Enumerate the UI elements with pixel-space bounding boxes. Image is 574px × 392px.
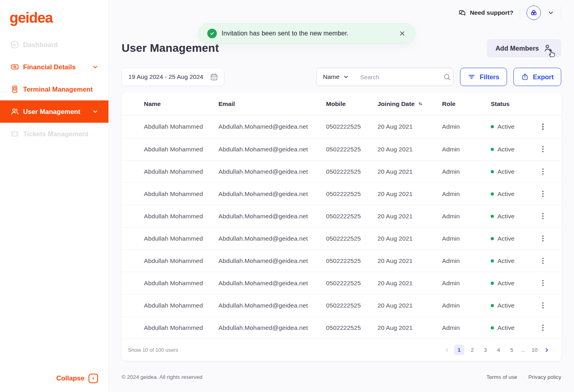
terms-of-use-link[interactable]: Terms of use — [486, 374, 517, 380]
row-actions-kebab-icon[interactable] — [541, 256, 545, 266]
privacy-policy-link[interactable]: Privacy policy — [528, 374, 561, 380]
account-avatar[interactable] — [527, 6, 541, 20]
divider — [561, 7, 561, 19]
sidebar: geidea Dashboard Financial Details Termi… — [0, 0, 109, 392]
cell-role: Admin — [442, 280, 491, 287]
cell-name: Abdullah Mohammed — [144, 123, 218, 130]
cell-name: Abdullah Mohammed — [144, 324, 218, 331]
status-active-dot — [491, 170, 494, 173]
sidebar-item-user-management[interactable]: User Management — [0, 100, 108, 123]
sidebar-collapse[interactable]: Collapse — [56, 374, 98, 383]
need-support-button[interactable]: Need support? — [458, 9, 513, 17]
geidea-logo: geidea — [0, 0, 108, 25]
page-number-list: 12345...10 — [454, 345, 540, 355]
pagination-prev-chevron-icon[interactable] — [443, 346, 451, 354]
toast-message: Invitation has been sent to the new memb… — [222, 30, 348, 37]
status-active-dot — [491, 304, 494, 307]
cell-actions — [541, 167, 552, 176]
column-header-status: Status — [491, 100, 541, 108]
cell-actions — [541, 256, 552, 266]
sidebar-item-label: Terminal Management — [23, 86, 93, 93]
toast-close-icon[interactable] — [398, 29, 406, 37]
cell-status: Active — [491, 302, 541, 309]
cell-actions — [541, 122, 552, 131]
row-actions-kebab-icon[interactable] — [541, 212, 545, 221]
cell-role: Admin — [442, 123, 491, 130]
chevron-down-icon — [343, 74, 349, 80]
cell-email: Abdullah.Mohamed@geidea.net — [218, 146, 326, 153]
sidebar-item-terminal-management[interactable]: Terminal Management — [0, 78, 108, 100]
app-window: geidea Dashboard Financial Details Termi… — [0, 0, 574, 392]
pagination-summary: Show 10 of 100 users — [128, 347, 178, 353]
date-range-picker[interactable]: 19 Aug 2024 - 25 Aug 2024 — [122, 68, 224, 86]
cell-mobile: 0502222525 — [326, 123, 377, 130]
column-header-role: Role — [442, 100, 491, 108]
page-button-5[interactable]: 5 — [507, 345, 517, 355]
row-actions-kebab-icon[interactable] — [541, 189, 545, 199]
search-category-dropdown[interactable]: Name — [316, 68, 354, 86]
cell-status: Active — [491, 324, 541, 331]
row-actions-kebab-icon[interactable] — [541, 145, 545, 154]
export-icon — [521, 73, 529, 81]
page-button-4[interactable]: 4 — [493, 345, 504, 355]
cell-name: Abdullah Mohammed — [144, 168, 218, 175]
row-actions-kebab-icon[interactable] — [541, 278, 545, 288]
cell-mobile: 0502222525 — [326, 190, 377, 198]
status-active-dot — [491, 259, 494, 263]
status-active-dot — [491, 215, 494, 218]
cell-mobile: 0502222525 — [326, 324, 377, 331]
filter-right-group: Name Filters Export — [316, 68, 561, 86]
cell-email: Abdullah.Mohamed@geidea.net — [218, 213, 326, 220]
table-row: Abdullah Mohammed Abdullah.Mohamed@geide… — [122, 227, 561, 249]
page-button-2[interactable]: 2 — [467, 345, 478, 355]
financial-details-icon — [10, 63, 19, 71]
cell-joining-date: 20 Aug 2021 — [377, 324, 442, 331]
cell-name: Abdullah Mohammed — [144, 280, 218, 287]
pagination-next-chevron-icon[interactable] — [543, 346, 551, 354]
chevron-down-icon — [92, 108, 99, 115]
cell-joining-date: 20 Aug 2021 — [377, 280, 442, 287]
row-actions-kebab-icon[interactable] — [541, 167, 545, 176]
column-header-joining-date[interactable]: Joining Date — [377, 100, 442, 108]
pagination-controls: 12345...10 — [443, 345, 551, 355]
search-input[interactable] — [360, 74, 440, 80]
status-active-dot — [491, 192, 494, 196]
page-footer: © 2024 geidea. All rights reserved Terms… — [122, 374, 561, 380]
cell-mobile: 0502222525 — [326, 213, 377, 220]
cell-joining-date: 20 Aug 2021 — [377, 257, 442, 265]
row-actions-kebab-icon[interactable] — [541, 122, 545, 131]
filters-button[interactable]: Filters — [460, 68, 507, 86]
collapse-chevron-left-icon[interactable] — [88, 374, 98, 383]
page-button-3[interactable]: 3 — [480, 345, 491, 355]
cell-email: Abdullah.Mohamed@geidea.net — [218, 190, 326, 198]
export-label: Export — [533, 73, 554, 81]
row-actions-kebab-icon[interactable] — [541, 323, 545, 333]
success-toast: Invitation has been sent to the new memb… — [198, 23, 415, 44]
user-plus-icon — [544, 44, 552, 53]
status-active-dot — [491, 282, 494, 285]
terminal-icon — [10, 85, 19, 94]
row-actions-kebab-icon[interactable] — [541, 234, 545, 243]
export-button[interactable]: Export — [513, 68, 561, 86]
cell-role: Admin — [442, 235, 491, 242]
table-row: Abdullah Mohammed Abdullah.Mohamed@geide… — [122, 205, 561, 227]
row-actions-kebab-icon[interactable] — [541, 301, 545, 310]
cell-actions — [541, 301, 552, 310]
page-button-1[interactable]: 1 — [454, 345, 464, 355]
sidebar-item-dashboard: Dashboard — [0, 33, 108, 56]
cell-mobile: 0502222525 — [326, 257, 377, 265]
add-members-button[interactable]: Add Members — [487, 39, 561, 57]
account-menu-chevron-down-icon[interactable] — [547, 9, 554, 16]
page-button-10[interactable]: 10 — [529, 345, 540, 355]
cell-joining-date: 20 Aug 2021 — [377, 190, 442, 198]
cell-actions — [541, 212, 552, 221]
cell-mobile: 0502222525 — [326, 235, 377, 242]
column-header-name: Name — [144, 100, 218, 108]
cell-status: Active — [491, 235, 541, 242]
sidebar-item-financial-details[interactable]: Financial Details — [0, 56, 108, 78]
search-icon — [443, 73, 451, 81]
sidebar-item-label: User Management — [23, 108, 81, 116]
cell-email: Abdullah.Mohamed@geidea.net — [218, 324, 326, 331]
cell-email: Abdullah.Mohamed@geidea.net — [218, 123, 326, 130]
cell-role: Admin — [442, 324, 491, 331]
